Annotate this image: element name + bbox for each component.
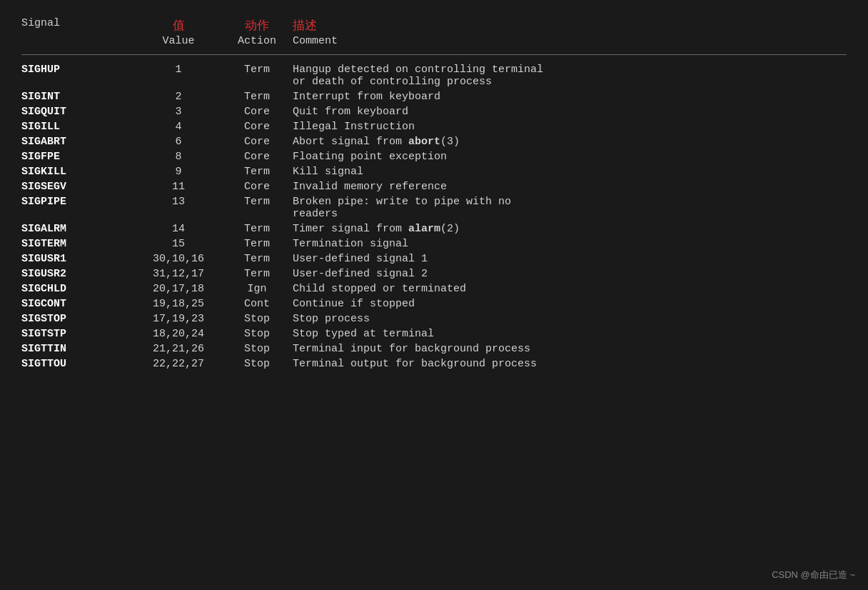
header-action: 动作 Action (221, 17, 293, 47)
signal-comment: User-defined signal 2 (293, 268, 847, 280)
signal-value: 9 (136, 166, 221, 178)
header-action-label: Action (238, 35, 276, 47)
signal-comment: Hangup detected on controlling terminalo… (293, 64, 847, 88)
table-body: SIGHUP1TermHangup detected on controllin… (21, 62, 847, 371)
signal-action: Core (221, 121, 293, 133)
table-row: SIGCONT19,18,25ContContinue if stopped (21, 296, 847, 311)
signal-value: 18,20,24 (136, 328, 221, 340)
table-row: SIGSTOP17,19,23StopStop process (21, 311, 847, 326)
signal-action: Core (221, 181, 293, 193)
table-row: SIGTTIN21,21,26StopTerminal input for ba… (21, 341, 847, 356)
header-value-label: Value (162, 35, 194, 47)
signal-value: 4 (136, 121, 221, 133)
signal-comment: Floating point exception (293, 151, 847, 163)
signal-comment: Kill signal (293, 166, 847, 178)
table-row: SIGALRM14TermTimer signal from alarm(2) (21, 221, 847, 236)
signal-name: SIGALRM (21, 223, 136, 235)
signal-name: SIGTERM (21, 238, 136, 250)
header-comment-zh: 描述 (293, 17, 847, 34)
signal-value: 11 (136, 181, 221, 193)
signal-comment: Stop process (293, 313, 847, 325)
signal-comment: Interrupt from keyboard (293, 91, 847, 103)
header-comment: 描述 Comment (293, 17, 847, 47)
signal-action: Term (221, 253, 293, 265)
signal-name: SIGSTOP (21, 313, 136, 325)
signal-value: 6 (136, 136, 221, 148)
watermark-text: CSDN @命由已造 ~ (772, 569, 855, 581)
table-row: SIGUSR130,10,16TermUser-defined signal 1 (21, 251, 847, 266)
signal-value: 2 (136, 91, 221, 103)
signal-name: SIGUSR2 (21, 268, 136, 280)
signal-name: SIGILL (21, 121, 136, 133)
signal-comment: Continue if stopped (293, 298, 847, 310)
header-signal-label: Signal (21, 17, 60, 29)
signal-name: SIGCHLD (21, 283, 136, 295)
signal-action: Cont (221, 298, 293, 310)
signal-value: 1 (136, 64, 221, 76)
signal-comment: Terminal input for background process (293, 343, 847, 355)
signal-action: Stop (221, 313, 293, 325)
signal-value: 30,10,16 (136, 253, 221, 265)
signal-comment: Illegal Instruction (293, 121, 847, 133)
signal-action: Stop (221, 328, 293, 340)
signal-value: 21,21,26 (136, 343, 221, 355)
signal-comment: Quit from keyboard (293, 106, 847, 118)
signal-action: Stop (221, 358, 293, 370)
signal-name: SIGHUP (21, 64, 136, 76)
signal-action: Term (221, 196, 293, 208)
signal-value: 14 (136, 223, 221, 235)
table-row: SIGHUP1TermHangup detected on controllin… (21, 62, 847, 89)
table-row: SIGQUIT3CoreQuit from keyboard (21, 104, 847, 119)
signal-comment: Invalid memory reference (293, 181, 847, 193)
signal-comment: Broken pipe: write to pipe with noreader… (293, 196, 847, 220)
table-row: SIGPIPE13TermBroken pipe: write to pipe … (21, 194, 847, 221)
table-row: SIGCHLD20,17,18IgnChild stopped or termi… (21, 281, 847, 296)
signal-value: 31,12,17 (136, 268, 221, 280)
signal-name: SIGKILL (21, 166, 136, 178)
signal-name: SIGTSTP (21, 328, 136, 340)
signal-comment: User-defined signal 1 (293, 253, 847, 265)
signal-action: Term (221, 223, 293, 235)
table-row: SIGINT2TermInterrupt from keyboard (21, 89, 847, 104)
signal-name: SIGTTIN (21, 343, 136, 355)
header-signal: Signal (21, 17, 136, 47)
table-row: SIGABRT6CoreAbort signal from abort(3) (21, 134, 847, 149)
signal-action: Term (221, 64, 293, 76)
signal-action: Stop (221, 343, 293, 355)
signal-value: 17,19,23 (136, 313, 221, 325)
signal-action: Ign (221, 283, 293, 295)
signal-action: Term (221, 268, 293, 280)
signal-value: 3 (136, 106, 221, 118)
signal-value: 19,18,25 (136, 298, 221, 310)
table-row: SIGILL4CoreIllegal Instruction (21, 119, 847, 134)
signal-action: Term (221, 91, 293, 103)
header-value: 值 Value (136, 17, 221, 47)
signal-action: Core (221, 151, 293, 163)
signal-comment: Child stopped or terminated (293, 283, 847, 295)
table-row: SIGUSR231,12,17TermUser-defined signal 2 (21, 266, 847, 281)
signal-name: SIGFPE (21, 151, 136, 163)
signal-name: SIGABRT (21, 136, 136, 148)
signal-value: 22,22,27 (136, 358, 221, 370)
signal-value: 15 (136, 238, 221, 250)
signal-name: SIGUSR1 (21, 253, 136, 265)
signal-name: SIGQUIT (21, 106, 136, 118)
signal-name: SIGINT (21, 91, 136, 103)
signal-value: 8 (136, 151, 221, 163)
header-value-zh: 值 (136, 17, 221, 34)
signal-comment: Stop typed at terminal (293, 328, 847, 340)
signal-action: Term (221, 166, 293, 178)
signal-name: SIGSEGV (21, 181, 136, 193)
table-row: SIGFPE8CoreFloating point exception (21, 149, 847, 164)
signal-comment: Abort signal from abort(3) (293, 136, 847, 148)
table-row: SIGSEGV11CoreInvalid memory reference (21, 179, 847, 194)
table-row: SIGKILL9TermKill signal (21, 164, 847, 179)
table-header: Signal 值 Value 动作 Action 描述 Comment (21, 14, 847, 51)
table-row: SIGTSTP18,20,24StopStop typed at termina… (21, 326, 847, 341)
signal-name: SIGCONT (21, 298, 136, 310)
signal-action: Core (221, 106, 293, 118)
table-row: SIGTERM15TermTermination signal (21, 236, 847, 251)
signal-comment: Timer signal from alarm(2) (293, 223, 847, 235)
signal-comment: Termination signal (293, 238, 847, 250)
header-action-zh: 动作 (221, 17, 293, 34)
